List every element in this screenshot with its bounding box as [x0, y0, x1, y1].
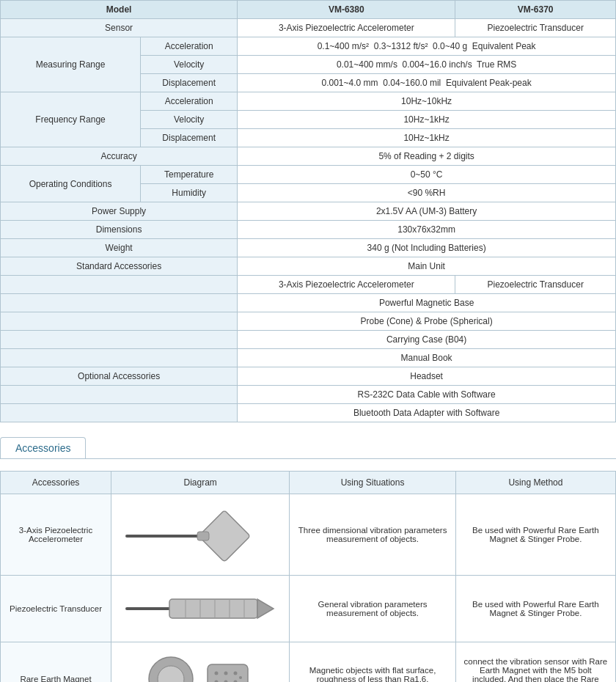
table-row: Bluetooth Data Adapter with Software [1, 404, 616, 422]
acc-row-transducer: Piezoelectric Transducer [1, 576, 616, 642]
temp-value: 0~50 °C [238, 166, 616, 184]
table-row: Sensor 3-Axis Piezoelectric Acceleromete… [1, 19, 616, 37]
acc-situation-transducer: General vibration parameters measurement… [290, 576, 456, 642]
svg-point-20 [239, 676, 242, 679]
svg-point-16 [234, 672, 238, 675]
std-acc-probe: Probe (Cone) & Probe (Spherical) [238, 312, 616, 331]
magnet-svg [120, 650, 281, 682]
std-acc-manual: Manual Book [238, 349, 616, 367]
std-acc-probe-empty [1, 312, 238, 331]
weight-value: 340 g (Not Including Batteries) [238, 239, 616, 257]
table-row: Power Supply 2x1.5V AA (UM-3) Battery [1, 202, 616, 221]
measuring-displacement-value: 0.001~4.0 mm 0.04~160.0 mil Equivalent P… [238, 74, 616, 92]
std-acc-case-empty [1, 331, 238, 349]
acc-diagram-accelerometer [111, 494, 290, 576]
table-row: Weight 340 g (Not Including Batteries) [1, 239, 616, 257]
humidity-value: <90 %RH [238, 184, 616, 202]
std-acc-magnetic-empty [1, 294, 238, 312]
table-row: Probe (Cone) & Probe (Spherical) [1, 312, 616, 331]
table-row: RS-232C Data Cable with Software [1, 386, 616, 404]
dimensions-label: Dimensions [1, 221, 238, 239]
freq-displacement-value: 10Hz~1kHz [238, 129, 616, 147]
svg-point-14 [215, 672, 219, 675]
svg-marker-5 [257, 599, 274, 618]
acc-situation-accelerometer: Three dimensional vibration parameters m… [290, 494, 456, 576]
std-acc-manual-empty [1, 349, 238, 367]
acc-diagram-magnet [111, 642, 290, 683]
accessories-divider [0, 458, 616, 459]
table-row: Measuring Range Acceleration 0.1~400 m/s… [1, 37, 616, 56]
power-label: Power Supply [1, 202, 238, 221]
spec-header-vm6380: VM-6380 [238, 1, 455, 19]
table-row: Carrying Case (B04) [1, 331, 616, 349]
accessories-table: Accessories Diagram Using Situations Usi… [0, 471, 616, 682]
table-row: Dimensions 130x76x32mm [1, 221, 616, 239]
std-acc-label: Standard Accessories [1, 257, 238, 276]
spec-header-model: Model [1, 1, 238, 19]
sensor-vm6380: 3-Axis Piezoelectric Accelerometer [238, 19, 455, 37]
weight-label: Weight [1, 239, 238, 257]
acc-method-accelerometer: Be used with Powerful Rare Earth Magnet … [455, 494, 615, 576]
table-row: 3-Axis Piezoelectric Accelerometer Piezo… [1, 276, 616, 294]
acc-diagram-transducer [111, 576, 290, 642]
freq-acceleration-value: 10Hz~10kHz [238, 92, 616, 111]
accelerometer-svg [120, 502, 281, 568]
measuring-displacement-label: Displacement [141, 74, 238, 92]
acc-col-accessories: Accessories [1, 472, 111, 494]
accessories-tab: Accessories [0, 437, 86, 458]
measuring-velocity-label: Velocity [141, 56, 238, 74]
table-row: Operating Conditions Temperature 0~50 °C [1, 166, 616, 184]
acc-name-accelerometer: 3-Axis PiezoelectricAccelerometer [1, 494, 111, 576]
acc-row-accelerometer: 3-Axis PiezoelectricAccelerometer Three … [1, 494, 616, 576]
humidity-label: Humidity [141, 184, 238, 202]
table-row: Optional Accessories Headset [1, 367, 616, 386]
accuracy-value: 5% of Reading + 2 digits [238, 147, 616, 166]
table-row: Accuracy 5% of Reading + 2 digits [1, 147, 616, 166]
measuring-range-label: Measuring Range [1, 37, 141, 92]
sensor-label: Sensor [1, 19, 238, 37]
freq-range-label: Frequency Range [1, 92, 141, 147]
freq-displacement-label: Displacement [141, 129, 238, 147]
temp-label: Temperature [141, 166, 238, 184]
std-acc-empty [1, 276, 238, 294]
measuring-acceleration-label: Acceleration [141, 37, 238, 56]
freq-acceleration-label: Acceleration [141, 92, 238, 111]
measuring-acceleration-value: 0.1~400 m/s² 0.3~1312 ft/s² 0.0~40 g Equ… [238, 37, 616, 56]
sensor-vm6370: Piezoelectric Transducer [455, 19, 616, 37]
svg-rect-2 [197, 532, 209, 540]
acc-col-diagram: Diagram [111, 472, 290, 494]
table-row: Powerful Magnetic Base [1, 294, 616, 312]
svg-point-15 [224, 672, 228, 675]
std-acc-vm6380: 3-Axis Piezoelectric Accelerometer [238, 276, 455, 294]
acc-method-transducer: Be used with Powerful Rare Earth Magnet … [455, 576, 615, 642]
std-acc-magnetic: Powerful Magnetic Base [238, 294, 616, 312]
std-acc-case: Carrying Case (B04) [238, 331, 616, 349]
table-row: Standard Accessories Main Unit [1, 257, 616, 276]
accuracy-label: Accuracy [1, 147, 238, 166]
table-row: Frequency Range Acceleration 10Hz~10kHz [1, 92, 616, 111]
spec-header-vm6370: VM-6370 [455, 1, 616, 19]
transducer-svg [120, 583, 281, 634]
operating-label: Operating Conditions [1, 166, 141, 202]
opt-acc-label: Optional Accessories [1, 367, 238, 386]
acc-name-transducer: Piezoelectric Transducer [1, 576, 111, 642]
opt-acc-bt: Bluetooth Data Adapter with Software [238, 404, 616, 422]
std-acc-main: Main Unit [238, 257, 616, 276]
freq-velocity-value: 10Hz~1kHz [238, 111, 616, 129]
opt-acc-headset: Headset [238, 367, 616, 386]
std-acc-vm6370: Piezoelectric Transducer [455, 276, 616, 294]
acc-situation-magnet: Magnetic objects with flat surface, roug… [290, 642, 456, 683]
opt-acc-rs232: RS-232C Data Cable with Software [238, 386, 616, 404]
acc-name-magnet: Rare Earth Magnet [1, 642, 111, 683]
spec-table: Model VM-6380 VM-6370 Sensor 3-Axis Piez… [0, 0, 616, 422]
opt-acc-rs232-empty [1, 386, 238, 404]
table-row: Manual Book [1, 349, 616, 367]
acc-col-situation: Using Situations [290, 472, 456, 494]
accessories-section-header: Accessories [0, 437, 616, 459]
acc-row-magnet: Rare Earth Magnet [1, 642, 616, 683]
dimensions-value: 130x76x32mm [238, 221, 616, 239]
acc-method-magnet: connect the vibration sensor with Rare E… [455, 642, 615, 683]
freq-velocity-label: Velocity [141, 111, 238, 129]
acc-col-method: Using Method [455, 472, 615, 494]
power-value: 2x1.5V AA (UM-3) Battery [238, 202, 616, 221]
